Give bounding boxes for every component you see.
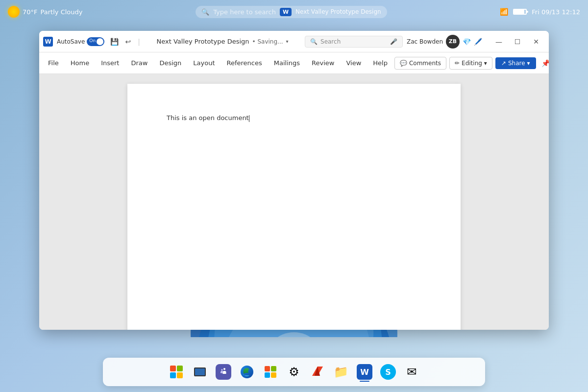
menu-help[interactable]: Help — [368, 56, 392, 70]
share-icon: ↗ — [501, 60, 506, 67]
document-area: This is an open document — [39, 74, 549, 330]
taskbar-doc-title: Next Valley Prototype Design — [295, 8, 381, 15]
settings-icon: ⚙️ — [286, 364, 302, 380]
mail-icon: ✉️ — [404, 364, 419, 380]
task-view-icon — [192, 364, 208, 380]
document-content[interactable]: This is an open document — [167, 113, 421, 123]
editing-pencil-icon: ✏️ — [455, 60, 460, 67]
autosave-toggle[interactable]: On — [87, 37, 104, 46]
taskbar-skype[interactable]: S — [377, 361, 399, 383]
undo-button[interactable]: ↩ — [122, 36, 134, 48]
skype-icon: S — [380, 364, 396, 380]
taskbar-store[interactable] — [260, 361, 281, 383]
window-controls: — ☐ ✕ — [490, 33, 545, 50]
text-cursor — [249, 115, 249, 122]
word-taskbar-icon: W — [357, 364, 372, 380]
title-dropdown-icon[interactable]: ▾ — [286, 39, 289, 44]
separator: | — [138, 38, 140, 46]
pin-button[interactable]: 📌 — [539, 56, 549, 70]
weather-temp: 70°F — [23, 8, 38, 16]
menu-design[interactable]: Design — [154, 56, 186, 70]
autosave-label: AutoSave — [57, 38, 85, 45]
taskbar-settings[interactable]: ⚙️ — [283, 361, 305, 383]
title-search-placeholder: Search — [320, 38, 387, 45]
wifi-icon: 📶 — [500, 8, 508, 16]
save-button[interactable]: 💾 — [108, 36, 120, 48]
gem-icon[interactable]: 💎 — [463, 38, 471, 46]
comments-icon: 💬 — [400, 60, 407, 67]
title-bar: W AutoSave On 💾 ↩ | Next Valley Prototyp… — [39, 31, 549, 52]
pen-icon[interactable]: 🖊️ — [474, 38, 482, 46]
close-button[interactable]: ✕ — [527, 33, 545, 50]
taskbar-office[interactable] — [307, 361, 328, 383]
editing-button[interactable]: ✏️ Editing ▾ — [449, 57, 492, 70]
taskbar-bottom: ⚙️ 📁 W S ✉️ — [103, 358, 485, 386]
menu-file[interactable]: File — [43, 56, 64, 70]
quick-access-toolbar: 💾 ↩ — [108, 36, 134, 48]
maximize-button[interactable]: ☐ — [509, 33, 526, 50]
share-label: Share — [508, 60, 525, 67]
mic-icon[interactable]: 🎤 — [390, 38, 397, 45]
taskbar-task-view[interactable] — [189, 361, 211, 383]
menu-mailings[interactable]: Mailings — [269, 56, 305, 70]
search-placeholder-text: Type here to search — [213, 8, 276, 16]
comments-label: Comments — [409, 60, 441, 67]
avatar-initials: ZB — [449, 38, 457, 45]
ribbon-menu: File Home Insert Draw Design Layout Refe… — [39, 52, 549, 74]
taskbar-file-explorer[interactable]: 📁 — [330, 361, 352, 383]
document-page[interactable]: This is an open document — [127, 84, 461, 330]
datetime: Fri 09/13 12:12 — [532, 8, 580, 16]
autosave-area[interactable]: AutoSave On — [57, 37, 104, 46]
comments-button[interactable]: 💬 Comments — [394, 57, 446, 70]
file-explorer-icon: 📁 — [333, 364, 349, 380]
editing-label: Editing — [462, 60, 482, 67]
svg-rect-8 — [271, 366, 276, 371]
user-avatar[interactable]: ZB — [446, 35, 460, 49]
taskbar-teams[interactable] — [213, 361, 234, 383]
doc-text: This is an open document — [167, 114, 249, 122]
teams-icon — [216, 364, 231, 380]
menu-home[interactable]: Home — [66, 56, 94, 70]
search-icon: 🔍 — [201, 8, 209, 16]
svg-rect-9 — [265, 372, 270, 378]
menu-layout[interactable]: Layout — [188, 56, 220, 70]
svg-rect-7 — [265, 366, 270, 371]
share-button[interactable]: ↗ Share ▾ — [495, 57, 536, 69]
word-logo: W — [43, 37, 53, 47]
user-name: Zac Bowden — [407, 38, 443, 45]
minimize-button[interactable]: — — [490, 33, 508, 50]
windows-logo-icon — [170, 366, 183, 378]
weather-icon — [8, 6, 20, 18]
menu-insert[interactable]: Insert — [96, 56, 124, 70]
store-icon — [263, 364, 278, 380]
ribbon-right: 💬 Comments ✏️ Editing ▾ ↗ Share ▾ 📌 — [394, 56, 549, 70]
saving-status: • Saving... — [252, 38, 283, 45]
weather-widget[interactable]: 70°F Partly Cloudy — [8, 6, 82, 18]
weather-desc: Partly Cloudy — [41, 8, 83, 16]
taskbar-start-button[interactable] — [166, 361, 187, 383]
menu-review[interactable]: Review — [307, 56, 339, 70]
title-search-icon: 🔍 — [310, 38, 318, 45]
desktop: W AutoSave On 💾 ↩ | Next Valley Prototyp… — [0, 24, 588, 337]
menu-draw[interactable]: Draw — [126, 56, 152, 70]
svg-rect-10 — [271, 372, 276, 378]
document-title: Next Valley Prototype Design — [157, 38, 249, 45]
taskbar-mail[interactable]: ✉️ — [401, 361, 422, 383]
doc-title-area: Next Valley Prototype Design • Saving...… — [144, 38, 301, 45]
office-icon — [310, 364, 325, 380]
word-active-indicator — [360, 381, 369, 382]
battery-icon — [513, 9, 527, 15]
menu-references[interactable]: References — [222, 56, 267, 70]
title-search-box[interactable]: 🔍 Search 🎤 — [305, 36, 403, 48]
taskbar-search[interactable]: 🔍 Type here to search W Next Valley Prot… — [196, 6, 387, 18]
word-window: W AutoSave On 💾 ↩ | Next Valley Prototyp… — [39, 31, 549, 330]
taskbar-word[interactable]: W — [354, 361, 375, 383]
word-badge: W — [280, 8, 292, 16]
autosave-knob — [97, 38, 103, 45]
taskbar-edge[interactable] — [236, 361, 258, 383]
word-badge-letter: W — [283, 9, 289, 15]
user-area: Zac Bowden ZB 💎 🖊️ — [407, 35, 482, 49]
edge-icon — [239, 364, 255, 380]
menu-view[interactable]: View — [341, 56, 366, 70]
editing-dropdown-icon: ▾ — [484, 60, 487, 67]
